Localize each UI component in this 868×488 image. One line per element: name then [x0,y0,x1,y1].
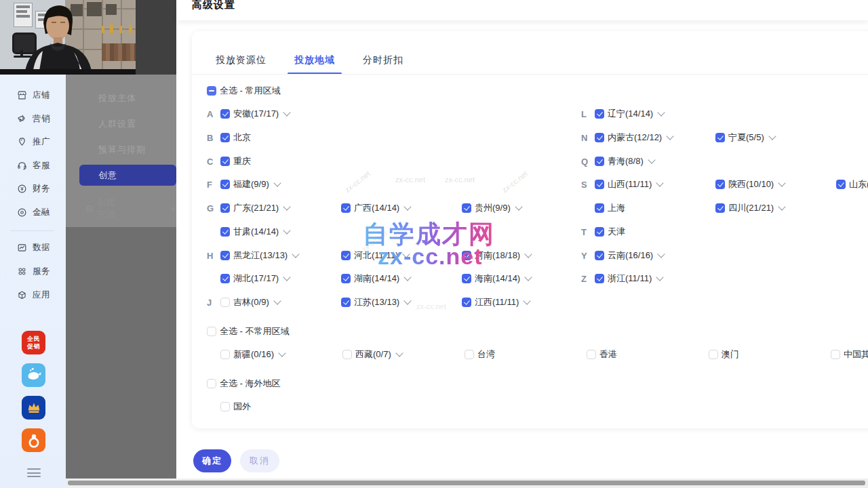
checkbox-checked-icon[interactable] [341,251,351,260]
chevron-down-icon[interactable] [524,297,531,304]
region-item[interactable]: 辽宁(14/14) [595,108,715,120]
chevron-down-icon[interactable] [395,349,403,357]
checkbox-indeterminate-icon[interactable] [207,86,216,96]
step-complete[interactable]: 创建完成 [86,197,176,221]
step-subject[interactable]: 投放主体 [98,92,136,104]
horizontal-scrollbar-thumb[interactable] [68,481,865,485]
checkbox-checked-icon[interactable] [595,133,604,142]
checkbox-checked-icon[interactable] [595,180,604,189]
region-item[interactable]: 北京 [220,131,341,144]
checkbox-checked-icon[interactable] [836,180,846,189]
chevron-down-icon[interactable] [648,156,655,163]
checkbox-checked-icon[interactable] [341,274,351,283]
region-item[interactable]: 福建(9/9) [220,178,341,190]
chevron-down-icon[interactable] [273,297,281,304]
checkbox-checked-icon[interactable] [595,227,604,237]
sidebar-item-data[interactable]: 数据 [16,241,50,254]
chevron-down-icon[interactable] [283,273,291,281]
chevron-down-icon[interactable] [283,203,291,210]
region-item[interactable]: 陕西(10/10) [715,178,836,190]
step-creative-active[interactable]: 创意 [79,165,176,186]
checkbox-checked-icon[interactable] [220,203,230,213]
horizontal-scrollbar-track[interactable] [66,479,868,488]
step-budget[interactable]: 预算与排期 [98,144,146,156]
checkbox-checked-icon[interactable] [595,109,604,119]
checkbox-unchecked-icon[interactable] [342,350,352,359]
checkbox-checked-icon[interactable] [595,274,604,283]
app-quanmin-cuxiao[interactable]: 全民 促销 [22,331,45,354]
chevron-down-icon[interactable] [525,250,532,258]
region-item[interactable]: 安徽(17/17) [220,108,341,120]
chevron-down-icon[interactable] [278,349,285,357]
chevron-down-icon[interactable] [404,273,412,281]
chevron-down-icon[interactable] [515,203,522,210]
region-item[interactable]: 澳门 [709,348,831,361]
checkbox-unchecked-icon[interactable] [587,350,596,359]
checkbox-checked-icon[interactable] [462,203,471,213]
checkbox-checked-icon[interactable] [220,109,230,119]
checkbox-checked-icon[interactable] [341,298,351,307]
region-item[interactable]: 广东(21/21) [220,202,341,214]
checkbox-checked-icon[interactable] [220,251,230,260]
select-all-common[interactable]: 全选 - 常用区域 [207,84,281,98]
region-item[interactable]: 广西(14/14) [341,202,462,214]
checkbox-checked-icon[interactable] [715,180,725,189]
region-item[interactable]: 河北(11/11) [341,249,462,262]
app-crown[interactable] [22,396,45,420]
chevron-down-icon[interactable] [403,250,410,258]
checkbox-unchecked-icon[interactable] [207,327,216,336]
region-item[interactable]: 内蒙古(12/12) [595,131,715,144]
checkbox-unchecked-icon[interactable] [831,350,840,359]
sidebar-item-financial[interactable]: 金融 [16,205,50,219]
checkbox-unchecked-icon[interactable] [220,402,230,411]
region-item[interactable]: 湖南(14/14) [341,272,462,285]
chevron-down-icon[interactable] [778,179,786,186]
webcam-video[interactable] [0,0,136,75]
sidebar-item-services[interactable]: 服务 [16,264,50,278]
checkbox-checked-icon[interactable] [462,251,471,260]
chevron-down-icon[interactable] [404,203,412,210]
checkbox-checked-icon[interactable] [462,274,471,283]
select-all-uncommon-item[interactable]: 全选 - 不常用区域 [207,325,290,338]
region-item[interactable]: 四川(21/21) [715,202,836,214]
region-item[interactable]: 天津 [595,226,715,238]
cancel-button[interactable]: 取消 [240,449,279,472]
region-item[interactable]: 贵州(9/9) [462,202,583,214]
checkbox-unchecked-icon[interactable] [709,350,718,359]
sidebar-item-marketing[interactable]: 营销 [16,112,50,125]
region-item[interactable]: 河南(18/18) [462,249,583,262]
region-item[interactable]: 浙江(11/11) [595,272,715,285]
checkbox-checked-icon[interactable] [595,203,604,213]
confirm-button[interactable]: 确定 [193,449,231,472]
region-item[interactable]: 江苏(13/13) [341,296,462,308]
checkbox-unchecked-icon[interactable] [207,379,216,388]
region-item[interactable]: 新疆(0/16) [220,348,342,361]
select-all-overseas[interactable]: 全选 - 海外地区 [207,377,281,390]
tab-resource-slots[interactable]: 投放资源位 [214,46,268,75]
select-all-common-item[interactable]: 全选 - 常用区域 [207,85,281,97]
region-item[interactable]: 国外 [220,401,341,413]
sidebar-item-apps[interactable]: 应用 [16,288,50,302]
checkbox-checked-icon[interactable] [715,133,725,142]
sidebar-item-finance[interactable]: 财务 [16,182,50,195]
checkbox-checked-icon[interactable] [220,157,230,166]
chevron-down-icon[interactable] [283,226,291,234]
chevron-down-icon[interactable] [292,250,300,258]
region-item[interactable]: 甘肃(14/14) [220,226,341,238]
region-item[interactable]: 黑龙江(13/13) [220,249,341,262]
region-item[interactable]: 湖北(17/17) [220,272,341,285]
checkbox-checked-icon[interactable] [462,298,471,307]
region-item[interactable]: 台湾 [465,348,587,361]
sidebar-item-shop[interactable]: 店铺 [16,88,50,102]
region-item[interactable]: 山东(1 [836,178,868,190]
region-item[interactable]: 西藏(0/7) [342,348,465,361]
checkbox-checked-icon[interactable] [220,133,230,142]
chevron-down-icon[interactable] [656,273,664,281]
region-item[interactable]: 香港 [587,348,709,361]
checkbox-unchecked-icon[interactable] [220,298,230,307]
chevron-down-icon[interactable] [667,132,674,140]
region-item[interactable]: 重庆 [220,155,341,167]
chevron-down-icon[interactable] [658,108,665,116]
menu-toggle-icon[interactable] [27,468,41,480]
checkbox-checked-icon[interactable] [341,203,351,213]
